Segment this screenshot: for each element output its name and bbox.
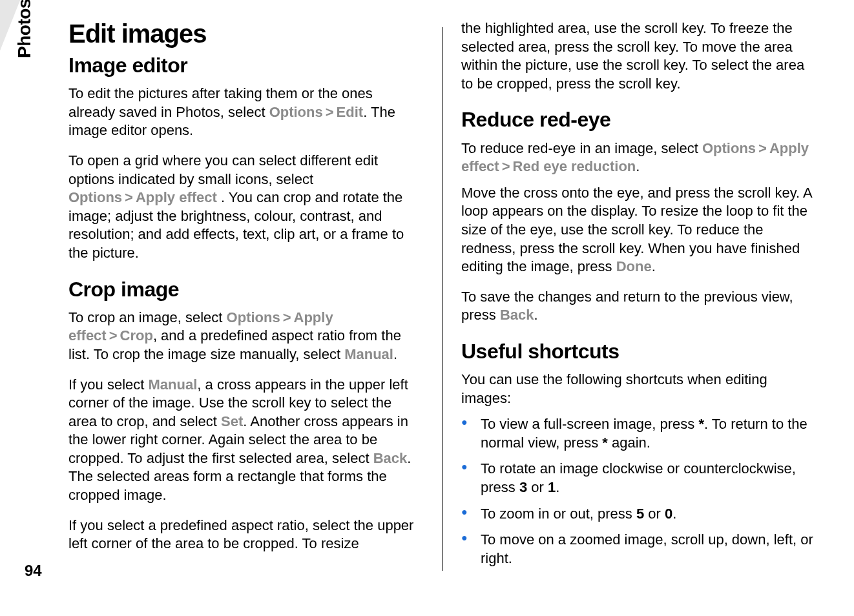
text: To zoom in or out, press [481, 506, 636, 522]
softkey-done: Done [616, 258, 652, 274]
paragraph: To crop an image, select Options>Apply e… [68, 309, 422, 364]
text: If you select [68, 376, 149, 393]
heading-edit-images: Edit images [68, 19, 422, 48]
softkey-back: Back [373, 450, 408, 466]
heading-crop-image: Crop image [68, 278, 422, 301]
text: . [652, 258, 656, 274]
list-item: To rotate an image clockwise or counterc… [461, 460, 815, 497]
softkey-manual: Manual [344, 346, 393, 362]
left-column: Edit images Image editor To edit the pic… [68, 19, 442, 597]
text: or [644, 506, 665, 522]
key-3: 3 [519, 479, 527, 495]
page-content: Edit images Image editor To edit the pic… [68, 19, 815, 597]
separator-icon: > [122, 189, 136, 205]
text: To view a full-screen image, press [481, 416, 698, 432]
separator-icon: > [107, 327, 120, 344]
text: or [527, 479, 548, 495]
softkey-options: Options [702, 140, 756, 156]
key-star: * [602, 435, 608, 451]
softkey-crop: Crop [120, 327, 153, 344]
paragraph: You can use the following shortcuts when… [461, 371, 815, 407]
text: To crop an image, select [68, 309, 227, 325]
text: again. [608, 435, 651, 451]
softkey-options: Options [269, 104, 323, 120]
paragraph: To reduce red-eye in an image, select Op… [461, 139, 815, 176]
text: . [672, 506, 676, 522]
paragraph: the highlighted area, use the scroll key… [461, 19, 815, 93]
right-column: the highlighted area, use the scroll key… [442, 19, 815, 597]
separator-icon: > [499, 158, 513, 174]
section-tab: Photos [14, 0, 35, 58]
heading-reduce-red-eye: Reduce red-eye [461, 108, 815, 131]
key-0: 0 [665, 506, 672, 522]
text: . [636, 158, 640, 174]
heading-image-editor: Image editor [68, 54, 422, 77]
softkey-manual: Manual [149, 376, 198, 393]
text: . [393, 346, 397, 362]
separator-icon: > [323, 104, 337, 120]
text: To reduce red-eye in an image, select [461, 140, 702, 156]
paragraph: Move the cross onto the eye, and press t… [461, 184, 815, 276]
softkey-back: Back [500, 307, 534, 323]
text: . [556, 479, 559, 495]
list-item: To zoom in or out, press 5 or 0. [461, 505, 815, 524]
separator-icon: > [756, 140, 769, 156]
paragraph: If you select a predefined aspect ratio,… [68, 517, 422, 553]
key-1: 1 [548, 479, 556, 495]
shortcuts-list: To view a full-screen image, press *. To… [461, 415, 815, 568]
heading-useful-shortcuts: Useful shortcuts [461, 340, 815, 363]
text: . [534, 307, 538, 323]
softkey-set: Set [221, 413, 243, 429]
softkey-edit: Edit [337, 104, 364, 120]
softkey-apply-effect: Apply effect [136, 189, 217, 205]
paragraph: If you select Manual, a cross appears in… [68, 376, 422, 505]
paragraph: To open a grid where you can select diff… [68, 152, 422, 263]
separator-icon: > [280, 309, 294, 325]
softkey-options: Options [68, 189, 122, 205]
column-divider [442, 27, 443, 571]
key-star: * [698, 416, 704, 432]
softkey-options: Options [227, 309, 280, 325]
page-number: 94 [25, 562, 42, 580]
paragraph: To edit the pictures after taking them o… [68, 85, 422, 140]
key-5: 5 [636, 506, 644, 522]
list-item: To move on a zoomed image, scroll up, do… [461, 531, 815, 568]
paragraph: To save the changes and return to the pr… [461, 288, 815, 325]
list-item: To view a full-screen image, press *. To… [461, 415, 815, 452]
text: To open a grid where you can select diff… [68, 152, 378, 187]
softkey-red-eye-reduction: Red eye reduction [513, 158, 636, 174]
